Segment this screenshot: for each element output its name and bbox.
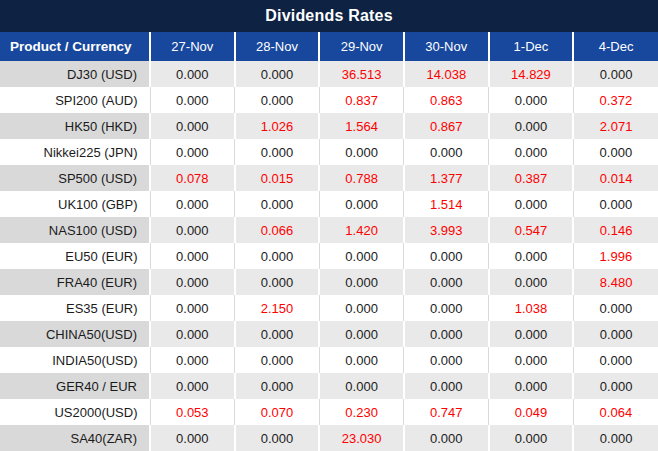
product-cell: EU50 (EUR) <box>0 243 150 269</box>
value-cell: 1.996 <box>573 243 658 269</box>
value-cell: 14.829 <box>489 61 574 87</box>
value-cell: 0.000 <box>573 139 658 165</box>
value-cell: 0.000 <box>235 425 320 451</box>
value-cell: 0.000 <box>150 87 235 113</box>
product-cell: SPI200 (AUD) <box>0 87 150 113</box>
product-cell: INDIA50(USD) <box>0 347 150 373</box>
header-product-currency: Product / Currency <box>0 32 150 61</box>
value-cell: 0.000 <box>489 113 574 139</box>
table-body: DJ30 (USD)0.0000.00036.51314.03814.8290.… <box>0 61 658 451</box>
value-cell: 0.867 <box>404 113 489 139</box>
table-row: CHINA50(USD)0.0000.0000.0000.0000.0000.0… <box>0 321 658 347</box>
value-cell: 0.788 <box>319 165 404 191</box>
value-cell: 0.000 <box>150 217 235 243</box>
value-cell: 0.066 <box>235 217 320 243</box>
value-cell: 0.863 <box>404 87 489 113</box>
value-cell: 0.000 <box>404 425 489 451</box>
value-cell: 0.000 <box>573 347 658 373</box>
value-cell: 0.000 <box>150 191 235 217</box>
value-cell: 0.000 <box>235 373 320 399</box>
value-cell: 0.000 <box>150 113 235 139</box>
value-cell: 0.000 <box>150 243 235 269</box>
table-row: INDIA50(USD)0.0000.0000.0000.0000.0000.0… <box>0 347 658 373</box>
value-cell: 0.000 <box>573 295 658 321</box>
value-cell: 0.837 <box>319 87 404 113</box>
value-cell: 0.000 <box>319 191 404 217</box>
value-cell: 0.000 <box>489 191 574 217</box>
value-cell: 23.030 <box>319 425 404 451</box>
value-cell: 0.000 <box>235 243 320 269</box>
value-cell: 1.026 <box>235 113 320 139</box>
value-cell: 0.000 <box>489 425 574 451</box>
table-row: HK50 (HKD)0.0001.0261.5640.8670.0002.071 <box>0 113 658 139</box>
value-cell: 8.480 <box>573 269 658 295</box>
value-cell: 0.078 <box>150 165 235 191</box>
product-cell: NAS100 (USD) <box>0 217 150 243</box>
value-cell: 0.000 <box>319 347 404 373</box>
value-cell: 0.000 <box>150 139 235 165</box>
value-cell: 0.000 <box>235 191 320 217</box>
value-cell: 1.377 <box>404 165 489 191</box>
value-cell: 0.000 <box>150 321 235 347</box>
value-cell: 0.000 <box>404 269 489 295</box>
value-cell: 0.000 <box>404 347 489 373</box>
table-row: Nikkei225 (JPN)0.0000.0000.0000.0000.000… <box>0 139 658 165</box>
value-cell: 0.000 <box>319 321 404 347</box>
product-cell: SA40(ZAR) <box>0 425 150 451</box>
value-cell: 0.000 <box>235 61 320 87</box>
value-cell: 0.000 <box>404 243 489 269</box>
table-row: FRA40 (EUR)0.0000.0000.0000.0000.0008.48… <box>0 269 658 295</box>
product-cell: UK100 (GBP) <box>0 191 150 217</box>
value-cell: 0.000 <box>150 61 235 87</box>
value-cell: 0.000 <box>150 373 235 399</box>
product-cell: GER40 / EUR <box>0 373 150 399</box>
table-row: SPI200 (AUD)0.0000.0000.8370.8630.0000.3… <box>0 87 658 113</box>
value-cell: 0.064 <box>573 399 658 425</box>
value-cell: 0.000 <box>150 347 235 373</box>
value-cell: 0.146 <box>573 217 658 243</box>
value-cell: 0.230 <box>319 399 404 425</box>
header-row: Product / Currency27-Nov28-Nov29-Nov30-N… <box>0 32 658 61</box>
table-row: UK100 (GBP)0.0000.0000.0001.5140.0000.00… <box>0 191 658 217</box>
product-cell: DJ30 (USD) <box>0 61 150 87</box>
product-cell: Nikkei225 (JPN) <box>0 139 150 165</box>
product-cell: US2000(USD) <box>0 399 150 425</box>
value-cell: 2.071 <box>573 113 658 139</box>
value-cell: 0.000 <box>573 425 658 451</box>
product-cell: ES35 (EUR) <box>0 295 150 321</box>
value-cell: 0.000 <box>319 373 404 399</box>
value-cell: 0.000 <box>573 373 658 399</box>
header-date-28-nov: 28-Nov <box>235 32 320 61</box>
header-date-1-dec: 1-Dec <box>489 32 574 61</box>
value-cell: 0.000 <box>573 61 658 87</box>
value-cell: 0.053 <box>150 399 235 425</box>
value-cell: 0.000 <box>489 373 574 399</box>
value-cell: 0.049 <box>489 399 574 425</box>
table-row: ES35 (EUR)0.0002.1500.0000.0001.0380.000 <box>0 295 658 321</box>
value-cell: 0.015 <box>235 165 320 191</box>
product-cell: HK50 (HKD) <box>0 113 150 139</box>
value-cell: 0.000 <box>404 139 489 165</box>
header-date-4-dec: 4-Dec <box>573 32 658 61</box>
value-cell: 0.000 <box>489 243 574 269</box>
product-cell: FRA40 (EUR) <box>0 269 150 295</box>
value-cell: 0.000 <box>150 295 235 321</box>
value-cell: 0.070 <box>235 399 320 425</box>
value-cell: 0.000 <box>319 139 404 165</box>
header-date-29-nov: 29-Nov <box>319 32 404 61</box>
value-cell: 36.513 <box>319 61 404 87</box>
value-cell: 0.000 <box>404 373 489 399</box>
value-cell: 0.000 <box>235 139 320 165</box>
value-cell: 0.000 <box>489 139 574 165</box>
product-cell: SP500 (USD) <box>0 165 150 191</box>
dividends-table: Product / Currency27-Nov28-Nov29-Nov30-N… <box>0 32 658 451</box>
table-row: US2000(USD)0.0530.0700.2300.7470.0490.06… <box>0 399 658 425</box>
value-cell: 0.387 <box>489 165 574 191</box>
value-cell: 1.038 <box>489 295 574 321</box>
value-cell: 0.000 <box>150 425 235 451</box>
table-header: Product / Currency27-Nov28-Nov29-Nov30-N… <box>0 32 658 61</box>
value-cell: 2.150 <box>235 295 320 321</box>
value-cell: 0.000 <box>235 347 320 373</box>
table-row: DJ30 (USD)0.0000.00036.51314.03814.8290.… <box>0 61 658 87</box>
value-cell: 0.000 <box>319 295 404 321</box>
